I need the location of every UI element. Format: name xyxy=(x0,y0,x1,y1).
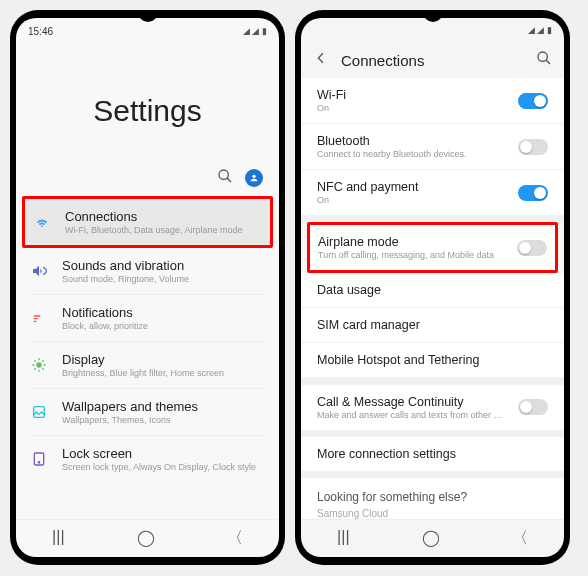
account-avatar[interactable] xyxy=(245,169,263,187)
row-title: More connection settings xyxy=(317,447,548,461)
row-subtitle: Make and answer calls and texts from oth… xyxy=(317,410,506,420)
row-title: Lock screen xyxy=(62,446,265,461)
row-title: Wallpapers and themes xyxy=(62,399,265,414)
search-icon[interactable] xyxy=(217,168,233,188)
section-wireless: Wi-FiOn BluetoothConnect to nearby Bluet… xyxy=(301,78,564,215)
row-wallpapers[interactable]: Wallpapers and themes Wallpapers, Themes… xyxy=(16,389,279,435)
nfc-toggle[interactable] xyxy=(518,185,548,201)
row-title: NFC and payment xyxy=(317,180,506,194)
row-subtitle: Wallpapers, Themes, Icons xyxy=(62,415,265,425)
screen-settings: 15:46 ◢ ◢ ▮ Settings Connections Wi-F xyxy=(16,18,279,557)
row-subtitle: On xyxy=(317,103,506,113)
gap xyxy=(301,471,564,478)
gap xyxy=(301,215,564,222)
row-nfc[interactable]: NFC and paymentOn xyxy=(301,169,564,215)
row-subtitle: Connect to nearby Bluetooth devices. xyxy=(317,149,506,159)
row-lockscreen[interactable]: Lock screen Screen lock type, Always On … xyxy=(16,436,279,482)
row-title: Wi-Fi xyxy=(317,88,506,102)
svg-line-1 xyxy=(227,178,231,182)
search-icon[interactable] xyxy=(536,50,552,70)
wallpaper-icon xyxy=(30,404,48,420)
row-subtitle: Wi-Fi, Bluetooth, Data usage, Airplane m… xyxy=(65,225,262,235)
footer-label: Looking for something else? xyxy=(301,478,564,508)
row-text: Notifications Block, allow, prioritize xyxy=(62,305,265,331)
row-bluetooth[interactable]: BluetoothConnect to nearby Bluetooth dev… xyxy=(301,123,564,169)
row-hotspot[interactable]: Mobile Hotspot and Tethering xyxy=(301,342,564,377)
back-icon[interactable] xyxy=(313,50,329,70)
nav-recent-icon[interactable]: ||| xyxy=(337,528,349,549)
row-connections[interactable]: Connections Wi-Fi, Bluetooth, Data usage… xyxy=(25,199,270,245)
display-icon xyxy=(30,357,48,373)
row-more[interactable]: More connection settings xyxy=(301,437,564,471)
row-text: Sounds and vibration Sound mode, Rington… xyxy=(62,258,265,284)
row-title: Mobile Hotspot and Tethering xyxy=(317,353,548,367)
row-text: Lock screen Screen lock type, Always On … xyxy=(62,446,265,472)
svg-point-2 xyxy=(252,175,255,178)
status-icons: ◢ ◢ ▮ xyxy=(528,25,552,35)
notifications-icon xyxy=(30,310,48,326)
row-sim[interactable]: SIM card manager xyxy=(301,307,564,342)
row-subtitle: On xyxy=(317,195,506,205)
row-subtitle: Screen lock type, Always On Display, Clo… xyxy=(62,462,265,472)
wifi-toggle[interactable] xyxy=(518,93,548,109)
cut-item[interactable]: Samsung Cloud xyxy=(301,508,564,519)
airplane-toggle[interactable] xyxy=(517,240,547,256)
row-text: Wallpapers and themes Wallpapers, Themes… xyxy=(62,399,265,425)
continuity-toggle[interactable] xyxy=(518,399,548,415)
row-title: Display xyxy=(62,352,265,367)
row-text: Display Brightness, Blue light filter, H… xyxy=(62,352,265,378)
actions-row xyxy=(16,168,279,196)
highlight-connections: Connections Wi-Fi, Bluetooth, Data usage… xyxy=(22,196,273,248)
nav-home-icon[interactable]: ◯ xyxy=(422,528,440,549)
settings-list: Connections Wi-Fi, Bluetooth, Data usage… xyxy=(16,196,279,519)
screen-connections: ◢ ◢ ▮ Connections Wi-FiOn BluetoothConne… xyxy=(301,18,564,557)
row-notifications[interactable]: Notifications Block, allow, prioritize xyxy=(16,295,279,341)
header-title: Connections xyxy=(341,52,524,69)
page-title: Settings xyxy=(16,44,279,168)
lock-icon xyxy=(30,451,48,467)
sound-icon xyxy=(30,263,48,279)
svg-point-7 xyxy=(538,52,547,61)
status-time: 15:46 xyxy=(28,26,53,37)
phone-connections: ◢ ◢ ▮ Connections Wi-FiOn BluetoothConne… xyxy=(295,10,570,565)
row-text: Connections Wi-Fi, Bluetooth, Data usage… xyxy=(65,209,262,235)
row-title: Airplane mode xyxy=(318,235,505,249)
svg-point-6 xyxy=(38,462,39,463)
row-title: Sounds and vibration xyxy=(62,258,265,273)
row-display[interactable]: Display Brightness, Blue light filter, H… xyxy=(16,342,279,388)
svg-line-8 xyxy=(546,60,550,64)
row-wifi[interactable]: Wi-FiOn xyxy=(301,78,564,123)
row-subtitle: Sound mode, Ringtone, Volume xyxy=(62,274,265,284)
svg-point-0 xyxy=(219,170,228,179)
section-footer: Looking for something else? Samsung Clou… xyxy=(301,478,564,519)
nav-bar: ||| ◯ 〈 xyxy=(301,519,564,557)
nav-bar: ||| ◯ 〈 xyxy=(16,519,279,557)
nav-home-icon[interactable]: ◯ xyxy=(137,528,155,549)
gap xyxy=(301,430,564,437)
status-icons: ◢ ◢ ▮ xyxy=(243,26,267,36)
header-bar: Connections xyxy=(301,42,564,78)
section-continuity: Call & Message ContinuityMake and answer… xyxy=(301,385,564,430)
nav-back-icon[interactable]: 〈 xyxy=(512,528,528,549)
wifi-icon xyxy=(33,214,51,230)
bluetooth-toggle[interactable] xyxy=(518,139,548,155)
row-title: SIM card manager xyxy=(317,318,548,332)
section-data: Data usage SIM card manager Mobile Hotsp… xyxy=(301,273,564,377)
row-title: Data usage xyxy=(317,283,548,297)
row-subtitle: Turn off calling, messaging, and Mobile … xyxy=(318,250,505,260)
highlight-airplane: Airplane modeTurn off calling, messaging… xyxy=(307,222,558,273)
row-data-usage[interactable]: Data usage xyxy=(301,273,564,307)
row-airplane[interactable]: Airplane modeTurn off calling, messaging… xyxy=(310,225,555,270)
row-title: Call & Message Continuity xyxy=(317,395,506,409)
nav-recent-icon[interactable]: ||| xyxy=(52,528,64,549)
row-subtitle: Block, allow, prioritize xyxy=(62,321,265,331)
svg-rect-4 xyxy=(34,407,45,418)
row-sounds[interactable]: Sounds and vibration Sound mode, Rington… xyxy=(16,248,279,294)
nav-back-icon[interactable]: 〈 xyxy=(227,528,243,549)
row-subtitle: Brightness, Blue light filter, Home scre… xyxy=(62,368,265,378)
row-title: Bluetooth xyxy=(317,134,506,148)
row-title: Connections xyxy=(65,209,262,224)
svg-point-3 xyxy=(36,362,41,367)
row-title: Notifications xyxy=(62,305,265,320)
row-continuity[interactable]: Call & Message ContinuityMake and answer… xyxy=(301,385,564,430)
